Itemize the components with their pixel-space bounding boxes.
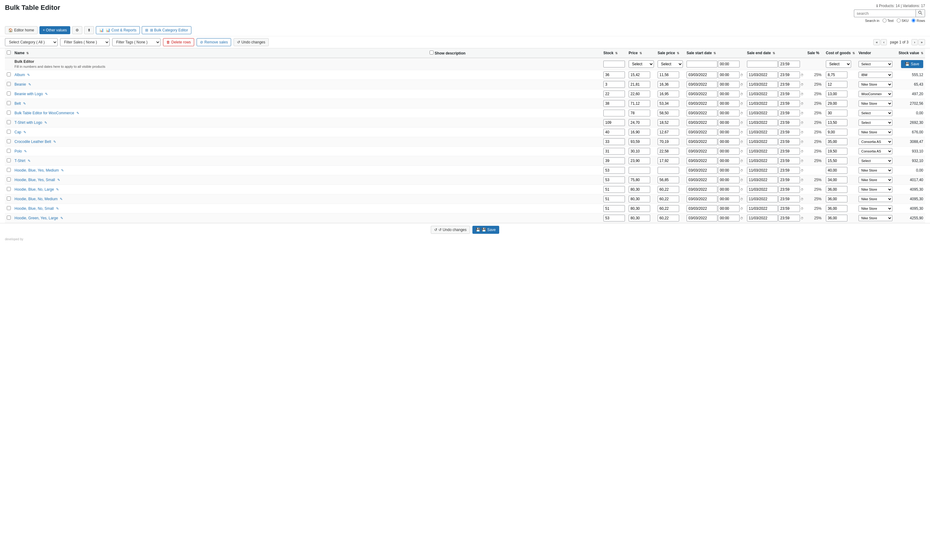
row-sale-end-cell[interactable]: ⏱ <box>745 128 805 137</box>
row-sale-end-cell[interactable]: ⏱ <box>745 70 805 80</box>
row-sale-end-cell[interactable]: ⏱ <box>745 194 805 204</box>
row-sale-start-time[interactable] <box>718 100 739 107</box>
row-edit-icon[interactable]: ✎ <box>56 207 59 211</box>
bulk-editor-save-cell[interactable]: 💾 Save <box>894 58 925 70</box>
header-price[interactable]: Price ⇅ <box>627 48 656 58</box>
row-sale-end-time[interactable] <box>778 177 800 183</box>
row-edit-icon[interactable]: ✎ <box>76 111 79 115</box>
row-stock-input[interactable] <box>604 157 625 164</box>
row-edit-icon[interactable]: ✎ <box>61 169 64 172</box>
row-checkbox-cell[interactable] <box>5 156 12 166</box>
row-cost-input[interactable] <box>826 119 847 126</box>
row-name-link[interactable]: Bulk Table Editor for WooCommerce <box>14 111 74 115</box>
row-vendor-cell[interactable]: SelectIBMNike StoreWooCommerceConsortia … <box>857 204 894 214</box>
row-sale-price-input[interactable] <box>657 195 679 202</box>
row-cost-input[interactable] <box>826 71 847 78</box>
category-filter[interactable]: Select Category ( All ) <box>5 38 58 46</box>
bulk-sale-start-date[interactable] <box>687 61 718 68</box>
row-price-cell[interactable] <box>627 89 656 99</box>
row-sale-start-cell[interactable]: ⏱ <box>685 204 745 214</box>
row-sale-start-time[interactable] <box>718 157 739 164</box>
row-checkbox-cell[interactable] <box>5 118 12 128</box>
row-vendor-select[interactable]: SelectIBMNike StoreWooCommerceConsortia … <box>859 196 892 202</box>
row-price-input[interactable] <box>629 157 650 164</box>
row-stock-cell[interactable] <box>602 204 627 214</box>
row-sale-start-time[interactable] <box>718 71 739 78</box>
row-sale-start-time[interactable] <box>718 195 739 202</box>
row-sale-end-date[interactable] <box>747 91 778 97</box>
row-checkbox-cell[interactable] <box>5 175 12 185</box>
bulk-sale-end-time[interactable] <box>778 61 800 68</box>
row-sale-end-time[interactable] <box>778 195 800 202</box>
row-checkbox-cell[interactable] <box>5 80 12 89</box>
row-vendor-cell[interactable]: SelectIBMNike StoreWooCommerceConsortia … <box>857 156 894 166</box>
row-sale-start-time[interactable] <box>718 138 739 145</box>
upload-button[interactable]: ⬆ <box>84 26 94 34</box>
bulk-price-select[interactable]: Select <box>629 60 654 68</box>
row-stock-input[interactable] <box>604 205 625 212</box>
row-cost-input[interactable] <box>826 138 847 145</box>
row-checkbox[interactable] <box>7 206 11 210</box>
cost-reports-button[interactable]: 📊 📊 Cost & Reports <box>96 26 140 34</box>
row-sale-start-date[interactable] <box>687 167 718 174</box>
row-sale-price-input[interactable] <box>657 91 679 97</box>
row-sale-price-cell[interactable] <box>656 108 685 118</box>
row-cost-input[interactable] <box>826 195 847 202</box>
row-price-cell[interactable] <box>627 128 656 137</box>
row-checkbox-cell[interactable] <box>5 194 12 204</box>
row-cost-cell[interactable] <box>824 89 857 99</box>
row-price-input[interactable] <box>629 110 650 117</box>
row-sale-end-date[interactable] <box>747 186 778 193</box>
row-sale-price-cell[interactable] <box>656 89 685 99</box>
row-name-link[interactable]: Hoodie, Green, Yes, Large <box>14 216 58 220</box>
row-sale-start-date[interactable] <box>687 110 718 117</box>
row-sale-price-cell[interactable] <box>656 70 685 80</box>
row-vendor-select[interactable]: SelectIBMNike StoreWooCommerceConsortia … <box>859 186 892 192</box>
row-stock-input[interactable] <box>604 129 625 135</box>
row-cost-cell[interactable] <box>824 137 857 147</box>
row-stock-cell[interactable] <box>602 128 627 137</box>
row-sale-price-input[interactable] <box>657 177 679 183</box>
header-cost[interactable]: Cost of goods ⇅ <box>824 48 857 58</box>
row-checkbox[interactable] <box>7 101 11 105</box>
row-cost-cell[interactable] <box>824 118 857 128</box>
row-price-cell[interactable] <box>627 118 656 128</box>
row-checkbox[interactable] <box>7 197 11 200</box>
row-vendor-cell[interactable]: SelectIBMNike StoreWooCommerceConsortia … <box>857 99 894 108</box>
bulk-editor-sale-price-cell[interactable]: Select <box>656 58 685 70</box>
row-cost-cell[interactable] <box>824 156 857 166</box>
row-cost-cell[interactable] <box>824 80 857 89</box>
row-edit-icon[interactable]: ✎ <box>45 92 48 96</box>
row-stock-input[interactable] <box>604 148 625 155</box>
remove-sales-button[interactable]: ⊘ Remove sales <box>197 38 231 46</box>
pagination-prev[interactable]: ‹ <box>881 39 887 45</box>
row-checkbox[interactable] <box>7 158 11 162</box>
row-checkbox[interactable] <box>7 149 11 153</box>
row-edit-icon[interactable]: ✎ <box>28 83 31 86</box>
row-cost-cell[interactable] <box>824 204 857 214</box>
row-checkbox[interactable] <box>7 215 11 220</box>
row-sale-price-input[interactable] <box>657 186 679 193</box>
row-checkbox-cell[interactable] <box>5 214 12 223</box>
row-sale-end-cell[interactable]: ⏱ <box>745 137 805 147</box>
row-cost-input[interactable] <box>826 205 847 212</box>
row-vendor-select[interactable]: SelectIBMNike StoreWooCommerceConsortia … <box>859 110 892 116</box>
row-cost-cell[interactable] <box>824 147 857 156</box>
row-sale-start-cell[interactable]: ⏱ <box>685 185 745 194</box>
row-vendor-cell[interactable]: SelectIBMNike StoreWooCommerceConsortia … <box>857 166 894 175</box>
header-sale-start[interactable]: Sale start date ⇅ <box>685 48 745 58</box>
row-price-cell[interactable] <box>627 156 656 166</box>
row-cost-input[interactable] <box>826 215 847 222</box>
row-vendor-cell[interactable]: SelectIBMNike StoreWooCommerceConsortia … <box>857 175 894 185</box>
bottom-save-button[interactable]: 💾 💾 Save <box>473 226 499 234</box>
row-sale-start-cell[interactable]: ⏱ <box>685 194 745 204</box>
row-sale-end-time[interactable] <box>778 157 800 164</box>
header-stock-value[interactable]: Stock value ⇅ <box>894 48 925 58</box>
row-sale-start-cell[interactable]: ⏱ <box>685 166 745 175</box>
row-price-cell[interactable] <box>627 185 656 194</box>
row-stock-input[interactable] <box>604 215 625 222</box>
row-checkbox-cell[interactable] <box>5 137 12 147</box>
row-sale-start-time[interactable] <box>718 81 739 88</box>
row-sale-price-cell[interactable] <box>656 204 685 214</box>
row-sale-end-date[interactable] <box>747 138 778 145</box>
